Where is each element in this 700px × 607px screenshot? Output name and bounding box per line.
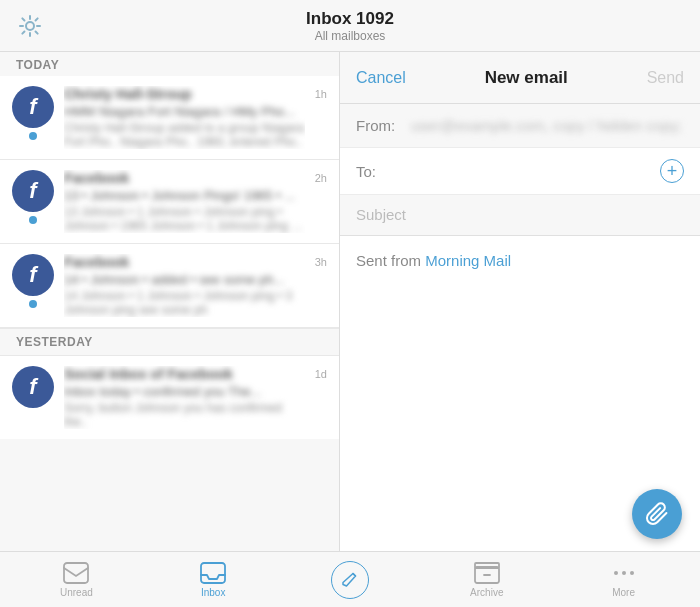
list-item[interactable]: f Facebook 13 • Johnson • Johnson Pings!… bbox=[0, 160, 339, 244]
settings-icon[interactable] bbox=[16, 12, 44, 40]
svg-rect-2 bbox=[201, 563, 225, 583]
email-subject: Inbox today • confirmed you The... bbox=[64, 384, 305, 399]
email-subject: 14 • Johnson • added • see some ph... bbox=[64, 272, 305, 287]
svg-point-7 bbox=[630, 571, 634, 575]
email-sender: Facebook bbox=[64, 254, 305, 270]
section-yesterday: YESTERDAY bbox=[0, 328, 339, 356]
inbox-icon bbox=[200, 562, 226, 584]
list-item[interactable]: f Christy Hall-Stroup HMM Niagara Fort N… bbox=[0, 76, 339, 160]
main-content: TODAY f Christy Hall-Stroup HMM Niagara … bbox=[0, 52, 700, 551]
compose-circle bbox=[331, 561, 369, 599]
list-item[interactable]: f Social Inbox of Facebook Inbox today •… bbox=[0, 356, 339, 439]
avatar: f bbox=[12, 86, 54, 128]
signature-text: Sent from Morning Mail bbox=[356, 252, 511, 269]
svg-point-5 bbox=[614, 571, 618, 575]
paperclip-icon bbox=[645, 502, 669, 526]
tab-archive-label: Archive bbox=[470, 587, 503, 598]
email-sender: Social Inbox of Facebook bbox=[64, 366, 305, 382]
svg-rect-4 bbox=[475, 563, 499, 568]
avatar: f bbox=[12, 366, 54, 408]
email-time: 1d bbox=[315, 368, 327, 380]
more-icon bbox=[611, 562, 637, 584]
svg-point-6 bbox=[622, 571, 626, 575]
subject-placeholder: Subject bbox=[356, 206, 406, 223]
unread-indicator bbox=[29, 216, 37, 224]
tab-unread[interactable]: Unread bbox=[8, 562, 145, 598]
avatar: f bbox=[12, 254, 54, 296]
svg-point-0 bbox=[26, 22, 34, 30]
email-list: TODAY f Christy Hall-Stroup HMM Niagara … bbox=[0, 52, 340, 551]
email-content: Facebook 13 • Johnson • Johnson Pings! 1… bbox=[64, 170, 305, 233]
email-time: 3h bbox=[315, 256, 327, 268]
email-preview: 13 Johnson • 1 Johnson • Johnson ping • … bbox=[64, 205, 305, 233]
tab-bar: Unread Inbox Archive bbox=[0, 551, 700, 607]
inbox-subtitle: All mailboxes bbox=[306, 29, 394, 43]
header-left bbox=[16, 12, 44, 40]
cancel-button[interactable]: Cancel bbox=[356, 69, 406, 87]
from-label: From: bbox=[356, 117, 411, 134]
email-sender: Christy Hall-Stroup bbox=[64, 86, 305, 102]
compose-header: Cancel New email Send bbox=[340, 52, 700, 104]
tab-more-label: More bbox=[612, 587, 635, 598]
email-preview: 14 Johnson • 1 Johnson • Johnson ping • … bbox=[64, 289, 305, 317]
morning-mail-link[interactable]: Morning Mail bbox=[425, 252, 511, 269]
attach-fab[interactable] bbox=[632, 489, 682, 539]
archive-icon bbox=[474, 562, 500, 584]
tab-inbox-label: Inbox bbox=[201, 587, 225, 598]
email-sender: Facebook bbox=[64, 170, 305, 186]
compose-title: New email bbox=[485, 68, 568, 88]
to-field[interactable]: To: + bbox=[340, 148, 700, 195]
send-button[interactable]: Send bbox=[647, 69, 684, 87]
section-today: TODAY bbox=[0, 52, 339, 76]
email-subject: 13 • Johnson • Johnson Pings! 1965 • ... bbox=[64, 188, 305, 203]
svg-rect-1 bbox=[64, 563, 88, 583]
list-item[interactable]: f Facebook 14 • Johnson • added • see so… bbox=[0, 244, 339, 328]
email-preview: Sorry, button Johnson you has confirmed … bbox=[64, 401, 305, 429]
email-content: Facebook 14 • Johnson • added • see some… bbox=[64, 254, 305, 317]
compose-panel: Cancel New email Send From: user@example… bbox=[340, 52, 700, 551]
avatar: f bbox=[12, 170, 54, 212]
tab-compose[interactable] bbox=[282, 561, 419, 599]
email-content: Social Inbox of Facebook Inbox today • c… bbox=[64, 366, 305, 429]
unread-icon bbox=[63, 562, 89, 584]
email-time: 1h bbox=[315, 88, 327, 100]
from-value: user@example.com, copy / hidden copy; bbox=[411, 117, 684, 134]
header-center: Inbox 1092 All mailboxes bbox=[306, 9, 394, 43]
email-preview: Christy Hall-Stroup added to a group Nia… bbox=[64, 121, 305, 149]
signature-prefix: Sent from bbox=[356, 252, 425, 269]
tab-archive[interactable]: Archive bbox=[418, 562, 555, 598]
tab-unread-label: Unread bbox=[60, 587, 93, 598]
app-header: Inbox 1092 All mailboxes bbox=[0, 0, 700, 52]
email-time: 2h bbox=[315, 172, 327, 184]
email-subject: HMM Niagara Fort Niagara / HMy Pho... bbox=[64, 104, 305, 119]
from-field[interactable]: From: user@example.com, copy / hidden co… bbox=[340, 104, 700, 148]
email-content: Christy Hall-Stroup HMM Niagara Fort Nia… bbox=[64, 86, 305, 149]
add-recipient-button[interactable]: + bbox=[660, 159, 684, 183]
tab-more[interactable]: More bbox=[555, 562, 692, 598]
unread-indicator bbox=[29, 132, 37, 140]
to-label: To: bbox=[356, 163, 411, 180]
unread-indicator bbox=[29, 300, 37, 308]
pencil-icon bbox=[341, 571, 359, 589]
subject-field[interactable]: Subject bbox=[340, 195, 700, 236]
inbox-title: Inbox 1092 bbox=[306, 9, 394, 29]
tab-inbox[interactable]: Inbox bbox=[145, 562, 282, 598]
